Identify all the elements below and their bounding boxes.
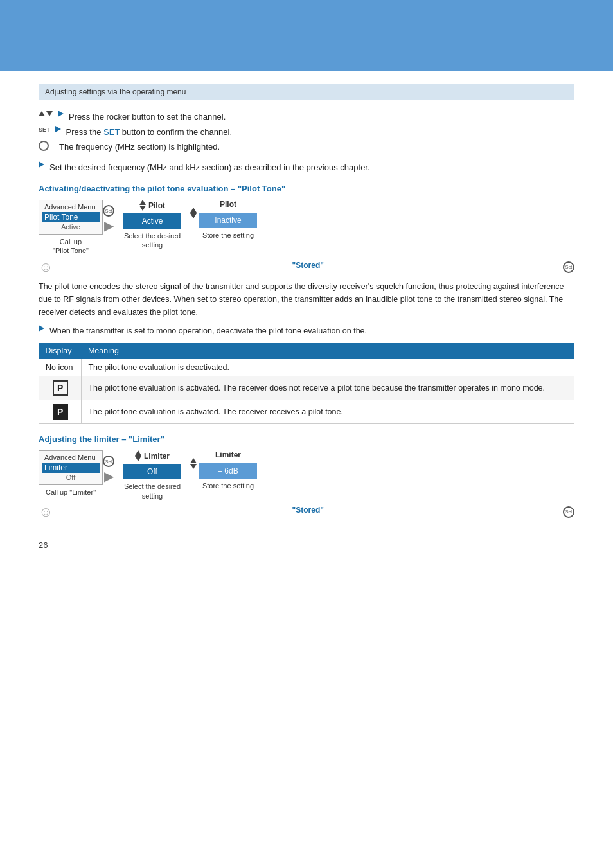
pilot-menu-box: Advanced Menu Pilot Tone Active — [39, 200, 103, 235]
pilot-diagram: Advanced Menu Pilot Tone Active Call up"… — [39, 200, 574, 276]
instruction-row-4: Set the desired frequency (MHz and kHz s… — [39, 161, 574, 174]
table-header-display: Display — [39, 343, 82, 359]
limiter-section-title: Adjusting the limiter – "Limiter" — [39, 434, 574, 444]
set-circle-1: Set — [103, 205, 114, 217]
rocker-arrows-icon — [39, 111, 53, 116]
table-cell-display-2: P — [39, 376, 82, 400]
set-circle-right: Set — [563, 261, 574, 273]
set-circle-label-right: Set — [565, 265, 573, 269]
limiter-av-up-icon-2 — [190, 458, 197, 463]
arrow-right-icon-2 — [55, 126, 61, 132]
limiter-av-arrows2 — [190, 458, 197, 469]
instruction-row-2: SET Press the SET button to confirm the … — [39, 126, 574, 139]
pilot-step1: Advanced Menu Pilot Tone Active Call up"… — [39, 200, 103, 256]
pilot-step3: Pilot Inactive Store the setting — [199, 200, 257, 240]
limiter-step2: Limiter Off Select the desired setting — [117, 450, 188, 500]
arrow-right-icon-3 — [39, 161, 44, 168]
limiter-diagram: Advanced Menu Limiter Off Call up "Limit… — [39, 450, 574, 521]
pilot-step2-label: Select the desired setting — [117, 231, 188, 250]
limiter-step3: Limiter – 6dB Store the setting — [199, 450, 257, 490]
triangle-down-icon — [46, 111, 53, 116]
pilot-step2-top: Pilot — [139, 200, 165, 211]
limiter-diagram-row: Advanced Menu Limiter Off Call up "Limit… — [39, 450, 574, 500]
table-row-1: No icon The pilot tone evaluation is dea… — [39, 359, 574, 376]
section-header: Adjusting settings via the operating men… — [39, 84, 574, 100]
p-box-outline: P — [53, 380, 68, 396]
pilot-step3-label: Store the setting — [202, 231, 254, 240]
triangle-up-icon — [39, 111, 45, 116]
set-circle-limiter-1: Set — [103, 456, 114, 467]
limiter-step1-label: Call up "Limiter" — [46, 488, 96, 497]
table-cell-display-1: No icon — [39, 359, 82, 376]
limiter-arrow2 — [188, 450, 199, 469]
pilot-step2: Pilot Active Select the desired setting — [117, 200, 188, 250]
limiter-menu-title: Advanced Menu — [44, 454, 97, 463]
pilot-warning: When the transmitter is set to mono oper… — [39, 325, 574, 337]
pilot-bottom-row: ☺ "Stored" Set — [39, 258, 574, 276]
pilot-av-arrows — [139, 200, 146, 211]
limiter-av-arrows — [135, 450, 141, 461]
set-circle-limiter-right: Set — [563, 506, 574, 518]
instruction-text-3: The frequency (MHz section) is highlight… — [59, 141, 220, 154]
instruction-text-1: Press the rocker button to set the chann… — [69, 111, 226, 123]
pilot-arrow1: Set ▶ — [103, 200, 114, 233]
av-down-icon — [139, 206, 146, 211]
limiter-menu-box: Advanced Menu Limiter Off — [39, 450, 103, 485]
limiter-stored: "Stored" — [292, 506, 324, 515]
top-blue-bar — [0, 0, 613, 71]
pilot-active-value: Active — [123, 213, 181, 229]
limiter-av-down-icon-2 — [190, 464, 197, 469]
table-cell-meaning-3: The pilot tone evaluation is activated. … — [82, 400, 574, 424]
arrow-right-icon-1 — [58, 111, 64, 117]
pilot-title-2: Pilot — [148, 201, 165, 210]
set-circle-label-1: Set — [105, 209, 112, 213]
limiter-menu-highlight: Limiter — [42, 463, 100, 473]
table-row-3: P The pilot tone evaluation is activated… — [39, 400, 574, 424]
pilot-stored: "Stored" — [292, 261, 324, 270]
instruction-row-1: Press the rocker button to set the chann… — [39, 111, 574, 123]
pilot-description: The pilot tone encodes the stereo signal… — [39, 280, 574, 319]
warning-text: When the transmitter is set to mono oper… — [49, 325, 367, 337]
p-box-filled: P — [53, 404, 68, 420]
set-circle-limiter-label-1: Set — [105, 459, 112, 464]
pilot-section-title: Activating/deactivating the pilot tone e… — [39, 184, 574, 193]
limiter-av-up-icon — [135, 450, 141, 456]
pilot-inactive-value: Inactive — [199, 213, 257, 228]
av-down-icon-2 — [190, 213, 197, 218]
content: Adjusting settings via the operating men… — [0, 71, 613, 576]
person-icon-1: ▶ — [104, 218, 114, 233]
set-label: SET — [39, 126, 50, 135]
table-cell-meaning-2: The pilot tone evaluation is activated. … — [82, 376, 574, 400]
pilot-menu-highlight: Pilot Tone — [42, 212, 100, 222]
section-header-text: Adjusting settings via the operating men… — [45, 87, 186, 96]
limiter-step2-top: Limiter — [135, 450, 170, 461]
pilot-av-arrows2 — [190, 208, 197, 218]
limiter-off-value: Off — [123, 464, 181, 479]
pilot-arrow2 — [188, 200, 199, 218]
instruction-row-3: The frequency (MHz section) is highlight… — [39, 141, 574, 155]
page-number: 26 — [39, 540, 574, 550]
limiter-step3-label: Store the setting — [202, 481, 254, 490]
set-circle-limiter-label-right: Set — [565, 509, 573, 514]
limiter-title-3: Limiter — [215, 450, 241, 459]
instruction-text-2: Press the SET button to confirm the chan… — [66, 126, 232, 139]
instructions-block: Press the rocker button to set the chann… — [39, 111, 574, 173]
limiter-step2-label: Select the desired setting — [117, 482, 188, 500]
pilot-title-3: Pilot — [220, 200, 236, 209]
av-up-icon-2 — [190, 208, 197, 213]
pilot-step1-label: Call up"Pilot Tone" — [53, 237, 89, 256]
instruction-text-4: Set the desired frequency (MHz and kHz s… — [49, 161, 370, 174]
limiter-menu-sub: Off — [44, 473, 97, 482]
pilot-table: Display Meaning No icon The pilot tone e… — [39, 343, 574, 424]
limiter-arrow1: Set ▶ — [103, 450, 114, 484]
table-row-2: P The pilot tone evaluation is activated… — [39, 376, 574, 400]
limiter-step1: Advanced Menu Limiter Off Call up "Limit… — [39, 450, 103, 497]
table-header-meaning: Meaning — [82, 343, 574, 359]
av-up-icon — [139, 200, 146, 205]
limiter-bottom-row: ☺ "Stored" Set — [39, 503, 574, 521]
pilot-menu-sub: Active — [44, 222, 97, 231]
limiter-6db-value: – 6dB — [199, 463, 257, 479]
pilot-diagram-row: Advanced Menu Pilot Tone Active Call up"… — [39, 200, 574, 256]
warning-arrow-icon — [39, 325, 44, 332]
table-cell-display-3: P — [39, 400, 82, 424]
